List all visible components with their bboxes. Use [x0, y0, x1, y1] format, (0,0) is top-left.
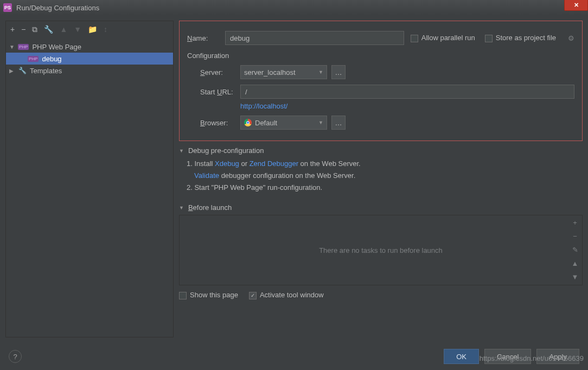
browser-combo[interactable]: Default ▼ [240, 116, 327, 130]
tree-group-label: Templates [30, 67, 62, 75]
ok-button[interactable]: OK [444, 349, 479, 364]
browser-value: Default [255, 119, 277, 127]
name-label: Name: [187, 34, 225, 42]
cancel-button[interactable]: Cancel [484, 349, 531, 364]
phpstorm-icon: PS [3, 3, 12, 12]
remove-task-icon[interactable]: − [573, 232, 577, 240]
collapse-arrow-icon: ▼ [179, 148, 184, 154]
remove-icon[interactable]: − [21, 25, 25, 34]
php-icon: PHP [18, 44, 29, 50]
wrench-icon: 🔧 [18, 67, 27, 74]
tree-item-debug[interactable]: PHP debug [6, 53, 173, 65]
tree-item-label: debug [42, 55, 61, 63]
name-input[interactable] [225, 31, 404, 45]
main-panel: Name: Allow parallel run Store as projec… [179, 21, 583, 337]
starturl-input[interactable] [240, 85, 574, 99]
preconfig-toggle[interactable]: ▼ Debug pre-configuration [179, 146, 583, 155]
chevron-down-icon: ▼ [318, 69, 323, 75]
up-icon[interactable]: ▲ [60, 25, 67, 34]
help-button[interactable]: ? [9, 350, 22, 363]
highlighted-region: Name: Allow parallel run Store as projec… [179, 21, 583, 141]
store-project-checkbox[interactable]: Store as project file [485, 34, 556, 42]
activate-tool-window-checkbox[interactable]: ✓Activate tool window [249, 291, 324, 299]
add-icon[interactable]: + [10, 25, 15, 34]
folder-icon[interactable]: 📁 [88, 25, 97, 34]
move-up-icon[interactable]: ▲ [572, 259, 579, 267]
allow-parallel-checkbox[interactable]: Allow parallel run [411, 34, 475, 42]
configuration-heading: Configuration [187, 52, 574, 60]
preconfig-title: Debug pre-configuration [188, 146, 264, 155]
collapse-arrow-icon: ▼ [179, 205, 184, 210]
before-launch-list: There are no tasks to run before launch … [179, 215, 583, 285]
edit-task-icon[interactable]: ✎ [572, 246, 578, 254]
chrome-icon [244, 119, 252, 126]
tree-group-templates[interactable]: ▶ 🔧 Templates [6, 65, 173, 76]
server-label: Server: [200, 68, 240, 76]
zend-link[interactable]: Zend Debugger [250, 160, 298, 168]
window-title: Run/Debug Configurations [16, 4, 99, 12]
starturl-label: Start URL: [200, 88, 240, 96]
chevron-down-icon: ▼ [318, 120, 323, 125]
php-icon: PHP [28, 56, 39, 62]
browser-label: Browser: [200, 119, 240, 127]
resolved-url-link[interactable]: http://localhost/ [240, 102, 287, 110]
sidebar-toolbar: + − ⧉ 🔧 ▲ ▼ 📁 ↕ [6, 21, 173, 37]
down-icon[interactable]: ▼ [74, 25, 81, 34]
server-value: server_localhost [244, 68, 296, 76]
show-this-page-checkbox[interactable]: Show this page [179, 291, 238, 299]
browser-browse-button[interactable]: … [331, 116, 346, 130]
config-tree: ▼ PHP PHP Web Page PHP debug ▶ 🔧 Templat… [6, 37, 173, 337]
validate-link[interactable]: Validate [194, 171, 219, 180]
tree-group-php-web-page[interactable]: ▼ PHP PHP Web Page [6, 41, 173, 53]
apply-button[interactable]: Apply [536, 349, 579, 364]
dialog-footer: ? OK Cancel Apply [0, 343, 588, 370]
copy-icon[interactable]: ⧉ [32, 25, 37, 34]
collapse-arrow-icon: ▼ [9, 44, 15, 50]
before-launch-toggle[interactable]: ▼ Before launch [179, 203, 583, 212]
close-button[interactable]: ✕ [564, 0, 588, 11]
server-browse-button[interactable]: … [331, 65, 346, 79]
before-launch-empty: There are no tasks to run before launch [319, 246, 443, 254]
titlebar: PS Run/Debug Configurations ✕ [0, 0, 588, 15]
expand-arrow-icon: ▶ [9, 68, 15, 74]
preconfig-steps: 1. Install Xdebug or Zend Debugger on th… [179, 158, 583, 194]
move-down-icon[interactable]: ▼ [572, 273, 579, 281]
tree-group-label: PHP Web Page [32, 43, 81, 51]
xdebug-link[interactable]: Xdebug [215, 160, 239, 168]
add-task-icon[interactable]: + [573, 219, 577, 227]
preconfig-step2: 2. Start "PHP Web Page" run-configuratio… [187, 182, 583, 194]
wrench-icon[interactable]: 🔧 [44, 25, 53, 34]
sort-icon[interactable]: ↕ [104, 25, 107, 34]
sidebar: + − ⧉ 🔧 ▲ ▼ 📁 ↕ ▼ PHP PHP Web Page PHP d… [5, 21, 174, 337]
server-combo[interactable]: server_localhost ▼ [240, 65, 327, 79]
gear-icon[interactable]: ⚙ [568, 34, 574, 42]
